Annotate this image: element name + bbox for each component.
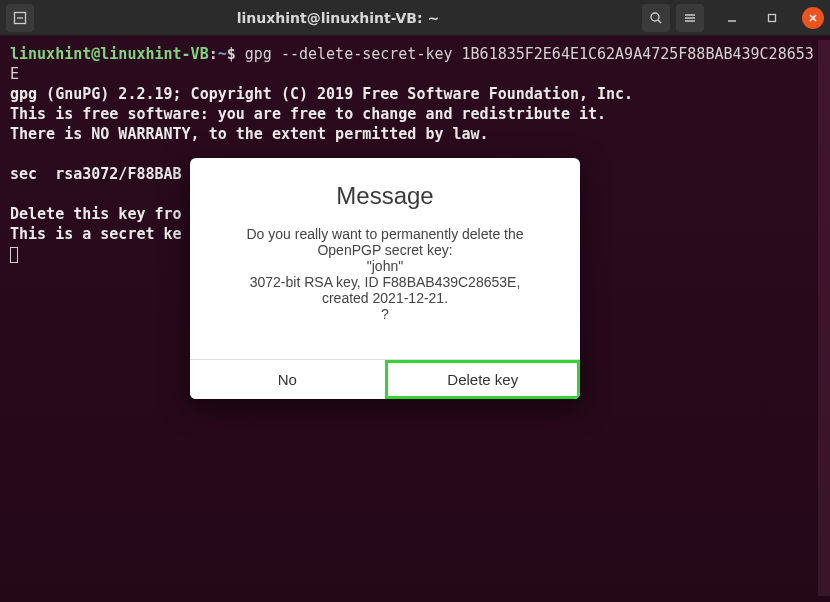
gpg-sec-line: sec rsa3072/F88BAB [10, 165, 182, 183]
terminal-cursor [10, 247, 18, 263]
close-button[interactable] [802, 7, 824, 29]
scrollbar[interactable] [818, 40, 830, 596]
svg-point-2 [651, 13, 659, 21]
confirm-dialog: Message Do you really want to permanentl… [190, 158, 580, 399]
dialog-buttons: No Delete key [190, 359, 580, 399]
prompt-sep: : [209, 45, 218, 63]
dialog-line: "john" [218, 258, 552, 274]
prompt-path: ~ [218, 45, 227, 63]
dialog-line: OpenPGP secret key: [218, 242, 552, 258]
no-button[interactable]: No [190, 360, 385, 399]
svg-rect-8 [769, 14, 776, 21]
prompt-user: linuxhint@linuxhint-VB [10, 45, 209, 63]
search-button[interactable] [642, 4, 670, 32]
delete-key-button[interactable]: Delete key [385, 360, 581, 399]
maximize-button[interactable] [760, 6, 784, 30]
window-title: linuxhint@linuxhint-VB: ~ [34, 10, 642, 26]
gpg-free-line: This is free software: you are free to c… [10, 105, 606, 123]
dialog-line: ? [218, 306, 552, 322]
svg-line-3 [658, 20, 661, 23]
minimize-button[interactable] [720, 6, 744, 30]
dialog-title: Message [190, 158, 580, 222]
gpg-version-line: gpg (GnuPG) 2.2.19; Copyright (C) 2019 F… [10, 85, 633, 103]
dialog-body: Do you really want to permanently delete… [190, 222, 580, 359]
gpg-warranty-line: There is NO WARRANTY, to the extent perm… [10, 125, 489, 143]
dialog-line: Do you really want to permanently delete… [218, 226, 552, 242]
gpg-secret-line: This is a secret ke [10, 225, 182, 243]
new-tab-button[interactable] [6, 4, 34, 32]
gpg-delete-line: Delete this key fro [10, 205, 182, 223]
dialog-line: created 2021-12-21. [218, 290, 552, 306]
dialog-line: 3072-bit RSA key, ID F88BAB439C28653E, [218, 274, 552, 290]
prompt-dollar: $ [227, 45, 245, 63]
window-titlebar: linuxhint@linuxhint-VB: ~ [0, 0, 830, 36]
menu-button[interactable] [676, 4, 704, 32]
